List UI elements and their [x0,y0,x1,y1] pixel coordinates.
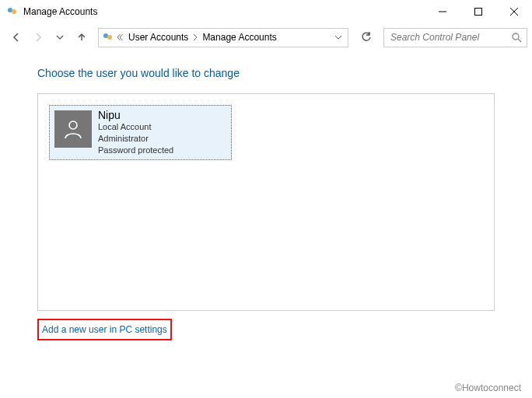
back-button[interactable] [8,29,25,46]
close-button[interactable] [496,0,532,23]
user-accounts-icon [102,31,114,44]
titlebar: Manage Accounts [0,0,532,23]
user-tile[interactable]: Nipu Local Account Administrator Passwor… [49,105,232,160]
search-icon [512,33,522,43]
window-title: Manage Accounts [23,6,97,17]
breadcrumb-item[interactable]: Manage Accounts [201,32,278,43]
watermark: ©Howtoconnect [455,382,521,393]
navbar: User Accounts Manage Accounts [0,23,532,51]
chevron-right-icon[interactable] [190,33,201,41]
user-password: Password protected [98,145,173,156]
user-name: Nipu [98,109,173,121]
user-panel: Nipu Local Account Administrator Passwor… [37,93,495,311]
avatar [54,110,92,148]
maximize-button[interactable] [460,0,496,23]
refresh-button[interactable] [356,28,376,47]
svg-rect-3 [475,9,482,16]
main-content: Choose the user you would like to change… [0,51,532,340]
user-accounts-icon [6,5,19,18]
user-type: Local Account [98,121,173,133]
forward-button[interactable] [30,29,47,46]
chevron-down-icon[interactable] [332,33,345,41]
user-role: Administrator [98,133,173,145]
breadcrumb-item[interactable]: User Accounts [127,32,190,43]
svg-point-10 [69,121,77,129]
search-input[interactable] [383,28,527,47]
breadcrumb[interactable]: User Accounts Manage Accounts [98,28,348,47]
up-button[interactable] [73,29,90,46]
page-heading: Choose the user you would like to change [37,67,495,79]
highlight-box: Add a new user in PC settings [37,319,172,340]
recent-locations-button[interactable] [51,29,68,46]
user-info: Nipu Local Account Administrator Passwor… [98,109,173,156]
svg-point-1 [12,9,16,14]
window-controls [425,0,532,23]
svg-line-9 [518,39,521,42]
minimize-button[interactable] [425,0,460,23]
svg-point-8 [513,33,519,40]
svg-point-7 [107,35,112,40]
add-user-link[interactable]: Add a new user in PC settings [42,324,167,335]
chevron-left-icon[interactable] [116,33,127,41]
search-field[interactable] [389,31,522,44]
